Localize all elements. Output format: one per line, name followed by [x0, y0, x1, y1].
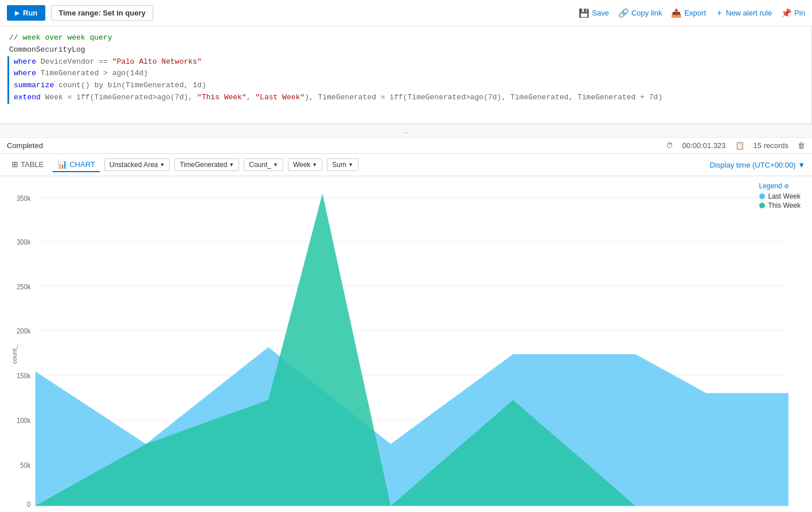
code-keyword-where1: where	[14, 57, 36, 66]
code-line-3: where DeviceVendor == "Palo Alto Network…	[7, 56, 803, 68]
code-keyword-summarize: summarize	[14, 81, 54, 90]
save-icon: 💾	[579, 8, 590, 18]
legend-last-week-label: Last Week	[768, 192, 801, 200]
chevron-down-icon: ▼	[159, 162, 165, 168]
export-button[interactable]: 📤 Export	[671, 8, 706, 18]
save-button[interactable]: 💾 Save	[579, 8, 609, 18]
code-keyword-extend: extend	[14, 93, 41, 102]
chart-toolbar-left: ⊞ TABLE 📊 CHART Unstacked Area ▼ TimeGen…	[7, 157, 358, 172]
display-time-label: Display time (UTC+00:00)	[710, 161, 796, 169]
pin-button[interactable]: 📌 Pin	[781, 8, 805, 18]
copy-link-button[interactable]: 🔗 Copy link	[618, 8, 662, 18]
legend-dot-this-week	[759, 203, 765, 208]
chevron-down-icon-4: ▼	[312, 162, 317, 168]
x-axis-dropdown[interactable]: TimeGenerated ▼	[174, 158, 239, 171]
table-icon: ⊞	[11, 160, 18, 169]
export-label: Export	[684, 9, 706, 17]
run-label: Run	[23, 9, 37, 17]
status-right: ⏱ 00:00:01.323 📋 15 records 🗑	[666, 141, 805, 150]
svg-text:200k: 200k	[17, 327, 31, 335]
chart-icon: 📊	[57, 160, 67, 169]
pin-label: Pin	[794, 9, 805, 17]
code-line-1: // week over week query	[9, 32, 803, 44]
aggregation-value: Sum	[332, 161, 346, 169]
y-axis-dropdown[interactable]: Count_ ▼	[244, 158, 283, 171]
svg-text:0: 0	[27, 501, 31, 509]
chevron-down-icon-3: ▼	[273, 162, 278, 168]
table-label: TABLE	[21, 160, 44, 169]
completed-status: Completed	[7, 141, 43, 150]
play-icon: ▶	[15, 10, 19, 16]
svg-text:350k: 350k	[17, 195, 31, 203]
svg-text:50k: 50k	[20, 461, 30, 469]
code-rest-6: Week = iff(TimeGenerated>ago(7d),	[41, 93, 197, 102]
new-alert-button[interactable]: ＋ New alert rule	[715, 7, 772, 18]
svg-text:150k: 150k	[17, 372, 31, 380]
export-icon: 📤	[671, 8, 682, 18]
chart-toolbar: ⊞ TABLE 📊 CHART Unstacked Area ▼ TimeGen…	[0, 154, 812, 176]
code-editor[interactable]: // week over week query CommonSecurityLo…	[0, 26, 812, 124]
code-line-6: extend Week = iff(TimeGenerated>ago(7d),…	[7, 92, 803, 104]
code-string-1: "Palo Alto Networks"	[112, 57, 202, 66]
code-rest-3: DeviceVendor ==	[36, 57, 112, 66]
chart-type-dropdown[interactable]: Unstacked Area ▼	[104, 158, 170, 171]
aggregation-dropdown[interactable]: Sum ▼	[327, 158, 358, 171]
time-range-button[interactable]: Time range: Set in query	[51, 5, 153, 21]
chart-svg: 350k 300k 250k 200k 150k 100k 50k 0 2019…	[0, 182, 812, 512]
records-icon: 📋	[735, 141, 744, 150]
code-end-6: ), TimeGenerated = iff(TimeGenerated>ago…	[304, 93, 662, 102]
code-line-4: where TimeGenerated > ago(14d)	[7, 68, 803, 80]
code-string-2: "This Week"	[197, 93, 247, 102]
code-keyword-where2: where	[14, 69, 36, 77]
y-axis-label: count_	[11, 345, 18, 364]
chart-label: CHART	[69, 160, 95, 169]
code-line-5: summarize count() by bin(TimeGenerated, …	[7, 80, 803, 92]
split-dropdown[interactable]: Week ▼	[288, 158, 322, 171]
trash-icon[interactable]: 🗑	[798, 141, 805, 150]
code-content: // week over week query CommonSecurityLo…	[0, 32, 812, 104]
copy-link-label: Copy link	[631, 9, 662, 17]
resize-handle[interactable]: ...	[0, 124, 812, 138]
link-icon: 🔗	[618, 8, 629, 18]
code-line-2: CommonSecurityLog	[9, 44, 803, 56]
pin-icon: 📌	[781, 8, 792, 18]
run-button[interactable]: ▶ Run	[7, 5, 45, 21]
clock-icon: ⏱	[666, 141, 673, 150]
tab-chart[interactable]: 📊 CHART	[53, 157, 100, 172]
toolbar-right: 💾 Save 🔗 Copy link 📤 Export ＋ New alert …	[579, 7, 805, 18]
chevron-down-icon-2: ▼	[229, 162, 234, 168]
code-rest-5: count() by bin(TimeGenerated, 1d)	[54, 81, 206, 90]
x-axis-value: TimeGenerated	[179, 161, 227, 169]
legend-item-last-week: Last Week	[759, 192, 801, 200]
legend-item-this-week: This Week	[759, 201, 801, 210]
display-time-button[interactable]: Display time (UTC+00:00) ▼	[710, 161, 805, 169]
code-rest-4: TimeGenerated > ago(14d)	[36, 69, 148, 77]
legend-settings-icon: ⚙	[784, 183, 789, 189]
code-string-3: "Last Week"	[255, 93, 304, 102]
chevron-down-icon-6: ▼	[798, 161, 805, 169]
plus-icon: ＋	[715, 7, 724, 18]
resize-dots: ...	[403, 127, 409, 135]
legend-this-week-label: This Week	[768, 201, 801, 210]
tab-table[interactable]: ⊞ TABLE	[7, 157, 48, 172]
status-left: Completed	[7, 141, 43, 150]
svg-text:300k: 300k	[17, 238, 31, 246]
legend-title-text: Legend	[759, 182, 782, 190]
svg-text:250k: 250k	[17, 282, 31, 290]
time-range-value: Set in query	[103, 9, 145, 17]
code-mid-6: ,	[247, 93, 256, 102]
main-toolbar: ▶ Run Time range: Set in query 💾 Save 🔗 …	[0, 0, 812, 26]
new-alert-label: New alert rule	[726, 9, 772, 17]
duration-value: 00:00:01.323	[682, 141, 726, 150]
chart-type-value: Unstacked Area	[110, 161, 158, 169]
svg-text:100k: 100k	[17, 416, 31, 424]
time-range-prefix: Time range:	[58, 9, 100, 17]
legend-title[interactable]: Legend ⚙	[759, 182, 801, 190]
legend: Legend ⚙ Last Week This Week	[759, 182, 801, 211]
y-axis-value: Count_	[249, 161, 271, 169]
status-bar: Completed ⏱ 00:00:01.323 📋 15 records 🗑	[0, 138, 812, 154]
chevron-down-icon-5: ▼	[348, 162, 353, 168]
save-label: Save	[592, 9, 609, 17]
chart-area: count_ Legend ⚙ Last Week This Week 350k…	[0, 176, 812, 512]
toolbar-left: ▶ Run Time range: Set in query	[7, 5, 153, 21]
